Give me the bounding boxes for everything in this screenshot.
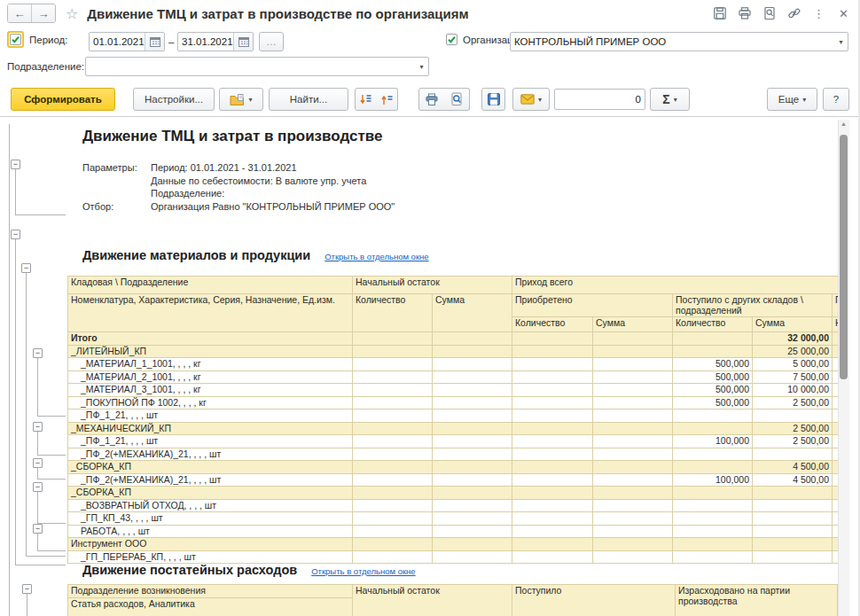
header-cell[interactable]: Сумма (433, 294, 512, 332)
chevron-down-icon[interactable]: ▾ (834, 38, 848, 46)
collapse-group-box[interactable]: − (11, 230, 20, 239)
table-cell[interactable] (353, 409, 433, 423)
table-cell[interactable] (433, 345, 512, 358)
more-actions-button[interactable]: Еще ▾ (767, 88, 817, 111)
table-cell[interactable] (353, 525, 433, 538)
table-cell[interactable]: 5 000,00 (753, 358, 833, 371)
table-cell[interactable]: 4 500,00 (753, 473, 833, 487)
table-cell[interactable] (512, 345, 593, 358)
header-cell[interactable]: Поступило (512, 585, 676, 616)
table-cell[interactable] (353, 384, 433, 397)
header-cell[interactable]: Количество (512, 317, 593, 332)
header-cell[interactable]: Количество (673, 317, 753, 332)
table-cell[interactable] (353, 358, 433, 371)
generate-button[interactable]: Сформировать (11, 88, 115, 111)
open-in-window-link[interactable]: Открыть в отдельном окне (311, 566, 415, 576)
forward-button[interactable]: → (31, 4, 55, 22)
collapse-group-box[interactable]: − (33, 458, 43, 468)
calendar-icon[interactable] (145, 33, 164, 51)
table-cell[interactable] (433, 332, 512, 346)
table-cell[interactable] (593, 435, 673, 448)
table-cell[interactable] (433, 384, 512, 397)
table-cell[interactable] (512, 512, 593, 526)
table-cell[interactable] (512, 487, 593, 500)
table-cell[interactable] (433, 461, 512, 474)
table-cell[interactable] (593, 550, 673, 564)
header-cell[interactable]: Начальный остаток (353, 585, 512, 616)
table-cell[interactable] (673, 512, 753, 526)
chevron-down-icon[interactable]: ▾ (415, 63, 428, 71)
table-cell[interactable] (593, 499, 673, 512)
table-cell[interactable] (593, 473, 673, 487)
period-to-field[interactable]: 31.01.2021 (177, 32, 254, 51)
table-cell[interactable] (673, 538, 753, 551)
table-cell[interactable] (433, 525, 512, 538)
open-in-window-link[interactable]: Открыть в отдельном окне (324, 252, 428, 261)
header-cell[interactable]: Сумма (593, 317, 673, 332)
period-from-value[interactable]: 01.01.2021 (90, 36, 145, 47)
table-cell[interactable] (353, 435, 433, 448)
table-cell[interactable] (353, 422, 433, 435)
header-cell[interactable]: Подразделение возникновения (68, 585, 353, 598)
table-cell[interactable] (512, 461, 593, 474)
find-button[interactable]: Найти... (269, 88, 348, 111)
table-cell[interactable] (353, 538, 433, 551)
table-cell[interactable] (353, 550, 433, 564)
table-cell[interactable] (753, 448, 833, 461)
table-cell[interactable]: _МАТЕРИАЛ_1_1001, , , , кг (68, 358, 353, 371)
header-cell[interactable]: Приобретено (512, 294, 673, 317)
table-cell[interactable] (433, 448, 512, 461)
collapse-group-box[interactable]: − (33, 524, 43, 534)
help-button[interactable]: ? (823, 88, 849, 111)
table-cell[interactable] (593, 384, 673, 397)
table-cell[interactable] (673, 461, 753, 474)
period-checkbox[interactable] (10, 34, 21, 45)
table-cell[interactable]: _СБОРКА_КП (68, 487, 353, 500)
table-cell[interactable]: _ПФ_1_21, , , , шт (68, 435, 353, 448)
table-cell[interactable]: 32 000,00 (753, 332, 833, 346)
table-cell[interactable] (593, 487, 673, 500)
table-cell[interactable]: _ГП_КП_43, , , , шт (68, 512, 353, 526)
table-cell[interactable]: _ЛИТЕЙНЫЙ_КП (68, 345, 353, 358)
expand-groups-button[interactable] (376, 88, 398, 111)
table-cell[interactable] (353, 370, 433, 384)
table-cell[interactable]: 4 500,00 (753, 461, 833, 474)
table-cell[interactable] (673, 448, 753, 461)
print-icon[interactable] (737, 6, 752, 21)
table-cell[interactable]: 2 500,00 (753, 422, 833, 435)
table-cell[interactable] (433, 435, 512, 448)
collapse-group-box[interactable]: − (22, 584, 32, 594)
table-cell[interactable] (593, 358, 673, 371)
collapse-group-box[interactable]: − (33, 482, 43, 492)
table-cell[interactable]: 500,000 (673, 384, 753, 397)
table-cell[interactable] (753, 512, 833, 526)
header-cell[interactable]: Номенклатура, Характеристика, Серия, Наз… (68, 294, 353, 332)
table-cell[interactable] (593, 396, 673, 409)
counter-field[interactable]: 0 (554, 89, 645, 110)
more-menu-icon[interactable]: ⋮ (811, 6, 826, 21)
table-cell[interactable] (512, 358, 593, 371)
department-field[interactable]: ▾ (85, 57, 429, 76)
header-cell[interactable]: Сумма (753, 317, 833, 332)
header-cell[interactable]: Начальный остаток (353, 277, 512, 294)
collapse-group-box[interactable]: − (33, 348, 43, 358)
table-cell[interactable] (673, 525, 753, 538)
table-cell[interactable]: _ПФ_2(+МЕХАНИКА)_21, , , , шт (68, 473, 353, 487)
table-cell[interactable] (512, 525, 593, 538)
table-cell[interactable]: 2 500,00 (753, 435, 833, 448)
counter-value[interactable]: 0 (555, 94, 645, 105)
table-cell[interactable]: 500,000 (673, 370, 753, 384)
table-cell[interactable] (593, 422, 673, 435)
table-cell[interactable] (512, 448, 593, 461)
favorite-star-icon[interactable]: ☆ (66, 5, 78, 22)
table-cell[interactable] (673, 487, 753, 500)
table-cell[interactable] (593, 538, 673, 551)
table-cell[interactable]: РАБОТА, , , , шт (68, 525, 353, 538)
table-cell[interactable] (512, 332, 593, 346)
print-preview-button[interactable] (443, 88, 470, 111)
preview-icon[interactable] (762, 6, 777, 21)
header-cell[interactable]: Израсходовано на партии производства (676, 585, 838, 616)
table-cell[interactable] (593, 525, 673, 538)
table-cell[interactable]: _ПОКУПНОЙ ПФ 1002, , , , кг (68, 396, 353, 409)
report-variants-button[interactable]: ▾ (219, 88, 263, 111)
